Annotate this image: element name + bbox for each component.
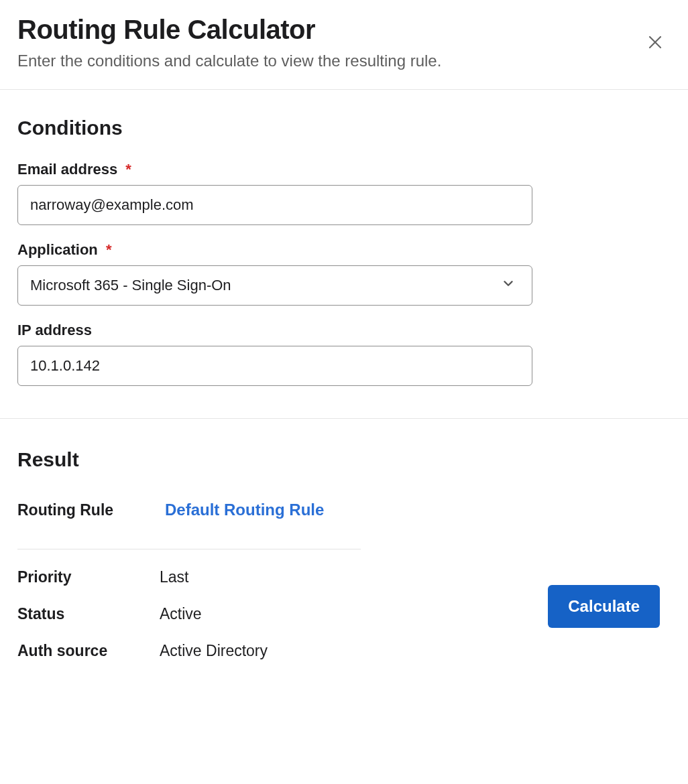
auth-source-row: Auth source Active Directory (17, 642, 671, 660)
auth-source-label: Auth source (17, 642, 160, 660)
auth-source-value: Active Directory (160, 642, 268, 660)
routing-rule-label: Routing Rule (17, 501, 160, 519)
application-field-group: Application * Microsoft 365 - Single Sig… (17, 241, 671, 306)
conditions-heading: Conditions (17, 117, 671, 139)
result-section: Result Routing Rule Default Routing Rule… (0, 419, 688, 687)
email-input[interactable] (17, 185, 532, 225)
priority-row: Priority Last (17, 568, 671, 586)
routing-rule-row: Routing Rule Default Routing Rule (17, 501, 671, 549)
priority-label: Priority (17, 568, 160, 586)
page-subtitle: Enter the conditions and calculate to vi… (17, 52, 671, 70)
email-label: Email address * (17, 161, 671, 178)
conditions-section: Conditions Email address * Application *… (0, 90, 688, 419)
close-button[interactable] (648, 35, 663, 50)
close-icon (648, 35, 663, 50)
dialog-header: Routing Rule Calculator Enter the condit… (0, 0, 688, 90)
required-indicator: * (106, 241, 112, 258)
application-select-value: Microsoft 365 - Single Sign-On (30, 277, 231, 294)
routing-rule-link[interactable]: Default Routing Rule (165, 501, 324, 519)
result-divider (17, 549, 361, 549)
result-heading: Result (17, 448, 671, 471)
application-label: Application * (17, 241, 671, 259)
ip-label: IP address (17, 322, 671, 339)
status-value: Active (160, 605, 202, 623)
ip-field-group: IP address (17, 322, 671, 386)
status-label: Status (17, 605, 160, 623)
ip-input[interactable] (17, 346, 532, 386)
email-field-group: Email address * (17, 161, 671, 225)
calculate-button[interactable]: Calculate (548, 585, 660, 628)
required-indicator: * (125, 161, 131, 178)
application-select[interactable]: Microsoft 365 - Single Sign-On (17, 265, 532, 306)
chevron-down-icon (501, 276, 516, 295)
page-title: Routing Rule Calculator (17, 15, 671, 45)
priority-value: Last (160, 568, 188, 586)
